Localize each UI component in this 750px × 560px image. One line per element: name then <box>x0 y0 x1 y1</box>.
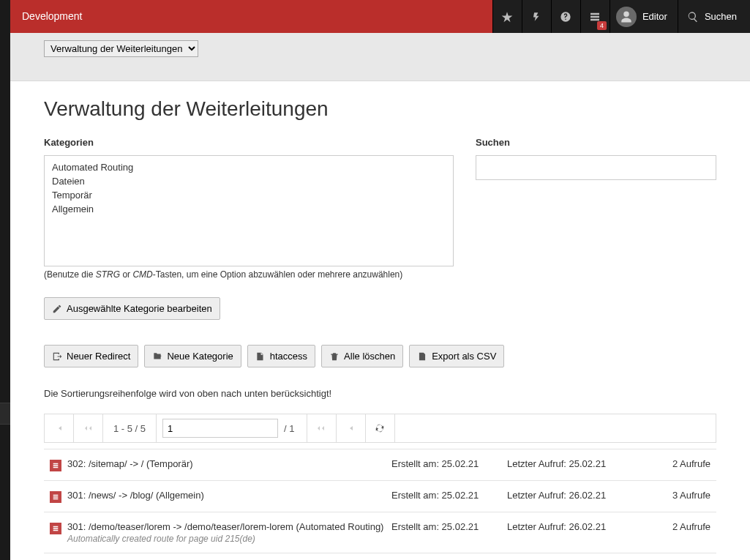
module-subheader: Verwaltung der Weiterleitungen <box>10 33 750 81</box>
table-row[interactable]: 302: /sitemap/ -> / (Temporär)Erstellt a… <box>44 449 716 481</box>
category-option[interactable]: Temporär <box>52 188 446 202</box>
redirect-icon <box>50 523 61 534</box>
row-title: 302: /sitemap/ -> / (Temporär) <box>67 458 386 469</box>
row-last-access: Letzter Aufruf: 25.02.21 <box>507 458 653 469</box>
sort-note: Die Sortierungsreihenfolge wird von oben… <box>44 388 716 399</box>
delete-all-button[interactable]: Alle löschen <box>321 345 403 367</box>
bookmark-button[interactable] <box>492 0 522 33</box>
user-menu[interactable]: Editor <box>610 0 678 33</box>
category-option[interactable]: Dateien <box>52 174 446 188</box>
export-csv-button[interactable]: Export als CSV <box>409 345 504 367</box>
new-redirect-button[interactable]: Neuer Redirect <box>44 345 138 367</box>
help-button[interactable] <box>551 0 580 33</box>
redirect-icon <box>50 460 61 471</box>
context-title: Development <box>10 0 94 33</box>
row-last-access: Letzter Aufruf: 26.02.21 <box>507 521 653 532</box>
row-call-count: 2 Aufrufe <box>659 458 710 469</box>
pager-range: 1 - 5 / 5 <box>103 414 157 442</box>
global-search[interactable]: Suchen <box>678 0 750 33</box>
new-category-button[interactable]: Neue Kategorie <box>144 345 241 367</box>
row-call-count: 2 Aufrufe <box>659 521 710 532</box>
pager-reload[interactable] <box>366 414 395 442</box>
user-role-label: Editor <box>642 11 667 22</box>
row-created: Erstellt am: 25.02.21 <box>391 521 501 532</box>
page-title: Verwaltung der Weiterleitungen <box>44 97 716 121</box>
category-option[interactable]: Automated Routing <box>52 160 446 174</box>
row-created: Erstellt am: 25.02.21 <box>391 458 501 469</box>
htaccess-button[interactable]: htaccess <box>247 345 315 367</box>
pager-prev[interactable] <box>74 414 103 442</box>
pagination: 1 - 5 / 5 / 1 <box>44 414 716 443</box>
flash-button[interactable] <box>522 0 551 33</box>
search-label: Suchen <box>476 137 716 148</box>
search-input[interactable] <box>476 155 716 180</box>
module-function-select[interactable]: Verwaltung der Weiterleitungen <box>44 40 198 57</box>
pager-first[interactable] <box>45 414 74 442</box>
row-call-count: 3 Aufrufe <box>659 490 710 501</box>
pager-total: / 1 <box>284 414 303 442</box>
row-last-access: Letzter Aufruf: 26.02.21 <box>507 490 653 501</box>
global-search-label: Suchen <box>705 11 737 22</box>
categories-label: Kategorien <box>44 137 454 148</box>
topbar: Development 4 Editor <box>10 0 750 33</box>
table-row[interactable]: 301: /news/ -> /blog/ (Allgemein)Erstell… <box>44 481 716 512</box>
notifications-button[interactable]: 4 <box>580 0 610 33</box>
row-created: Erstellt am: 25.02.21 <box>391 490 501 501</box>
pager-next[interactable] <box>307 414 337 442</box>
categories-hint: (Benutze die STRG or CMD-Tasten, um eine… <box>44 269 454 280</box>
avatar <box>616 7 637 27</box>
content-area: Verwaltung der Weiterleitungen Kategorie… <box>10 81 750 560</box>
table-row[interactable]: 301: /demo/teaser/lorem -> /demo/teaser/… <box>44 512 716 553</box>
sidebar-expand-handle[interactable] <box>0 403 10 425</box>
row-title: 301: /news/ -> /blog/ (Allgemein) <box>67 490 386 501</box>
row-title: 301: /demo/teaser/lorem -> /demo/teaser/… <box>67 521 386 544</box>
redirect-table: 302: /sitemap/ -> / (Temporär)Erstellt a… <box>44 449 716 560</box>
module-sidebar-collapsed <box>0 0 10 560</box>
pager-page-input[interactable] <box>162 419 278 438</box>
redirect-icon <box>50 491 61 503</box>
edit-category-button[interactable]: Ausgewählte Kategorie bearbeiten <box>44 297 220 320</box>
categories-listbox[interactable]: Automated Routing Dateien Temporär Allge… <box>44 155 454 266</box>
notification-badge: 4 <box>597 21 607 30</box>
table-row[interactable]: 301: /en/career/application/ -> t3://pag… <box>44 553 716 560</box>
pager-last[interactable] <box>337 414 366 442</box>
category-option[interactable]: Allgemein <box>52 202 446 216</box>
action-toolbar: Neuer Redirect Neue Kategorie htaccess A… <box>44 345 716 367</box>
